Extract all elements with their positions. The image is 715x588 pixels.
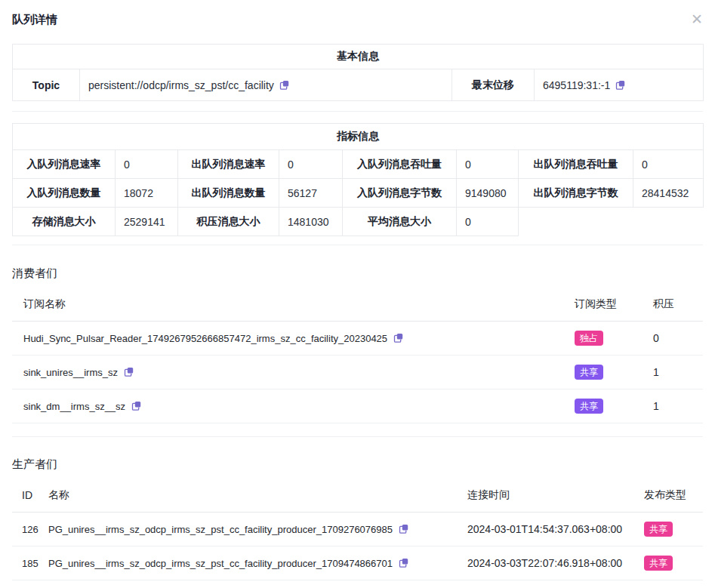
table-row: sink_unires__irms_sz 共享 1 bbox=[12, 356, 703, 389]
topic-label: Topic bbox=[13, 69, 80, 101]
metrics-header: 指标信息 bbox=[13, 124, 704, 150]
metric-value: 0 bbox=[279, 150, 343, 179]
metric-label: 入队列消息数量 bbox=[13, 179, 116, 208]
copy-icon[interactable] bbox=[399, 524, 408, 534]
metric-value: 2529141 bbox=[116, 208, 178, 236]
consumers-section: 消费者们 订阅名称 订阅类型 积压 Hudi_Sync_Pulsar_Reade… bbox=[12, 266, 703, 423]
metric-value: 1481030 bbox=[279, 208, 343, 236]
section-divider bbox=[12, 111, 703, 112]
metric-label: 出队列消息数量 bbox=[178, 179, 279, 208]
producer-name: PG_unires__irms_sz_odcp_irms_sz_pst_cc_f… bbox=[48, 558, 393, 569]
metric-label: 出队列消息字节数 bbox=[519, 179, 633, 208]
metric-label: 平均消息大小 bbox=[343, 208, 457, 236]
subscription-name-cell: sink_unires__irms_sz bbox=[12, 356, 562, 389]
metric-value: 0 bbox=[633, 150, 704, 179]
backlog-value: 1 bbox=[641, 356, 703, 389]
status-badge: 独占 bbox=[575, 331, 603, 346]
table-row: 185 PG_unires__irms_sz_odcp_irms_sz_pst_… bbox=[12, 546, 703, 580]
status-badge: 共享 bbox=[644, 556, 673, 571]
subscription-name: sink_dm__irms_sz__sz bbox=[23, 401, 125, 412]
offset-value: 6495119:31:-1 bbox=[543, 79, 610, 91]
backlog-value: 1 bbox=[641, 389, 703, 423]
table-row: sink_dm__irms_sz__sz 共享 1 bbox=[12, 389, 703, 423]
offset-value-cell: 6495119:31:-1 bbox=[535, 69, 704, 101]
publish-type-cell: 共享 bbox=[632, 513, 703, 546]
producer-id: 126 bbox=[12, 513, 48, 546]
offset-label: 最末位移 bbox=[452, 69, 535, 101]
subscription-name-cell: Hudi_Sync_Pulsar_Reader_1749267952666857… bbox=[12, 322, 562, 356]
producers-section: 生产者们 ID 名称 连接时间 发布类型 126 PG_unires__irms… bbox=[12, 457, 703, 580]
metric-value: 0 bbox=[116, 150, 178, 179]
subscription-type-cell: 共享 bbox=[562, 356, 641, 389]
metric-value: 0 bbox=[457, 208, 519, 236]
metrics-table: 指标信息 入队列消息速率 0 出队列消息速率 0 入队列消息吞吐量 0 出队列消… bbox=[12, 123, 704, 236]
page-title: 队列详情 bbox=[12, 12, 57, 27]
metric-value: 0 bbox=[457, 150, 519, 179]
producer-name: PG_unires__irms_sz_odcp_irms_sz_pst_cc_f… bbox=[48, 524, 393, 535]
metric-label: 存储消息大小 bbox=[13, 208, 116, 236]
section-divider bbox=[12, 436, 703, 437]
metric-label: 入队列消息速率 bbox=[13, 150, 116, 179]
consumers-table: 订阅名称 订阅类型 积压 Hudi_Sync_Pulsar_Reader_174… bbox=[12, 281, 703, 423]
producer-name-cell: PG_unires__irms_sz_odcp_irms_sz_pst_cc_f… bbox=[48, 546, 453, 580]
empty-cell bbox=[519, 208, 704, 236]
metric-label: 出队列消息速率 bbox=[178, 150, 279, 179]
close-icon[interactable]: ✕ bbox=[689, 11, 704, 28]
metric-value: 56127 bbox=[279, 179, 343, 208]
producer-id: 185 bbox=[12, 546, 48, 580]
column-header-subscription-type: 订阅类型 bbox=[562, 281, 641, 322]
basic-info-header: 基本信息 bbox=[13, 45, 704, 69]
status-badge: 共享 bbox=[575, 365, 603, 380]
metric-value: 18072 bbox=[116, 179, 178, 208]
queue-detail-dialog: 队列详情 ✕ 基本信息 Topic persistent://odcp/irms… bbox=[0, 0, 715, 588]
consumers-section-title: 消费者们 bbox=[12, 266, 703, 281]
section-divider bbox=[12, 245, 703, 245]
metric-label: 入队列消息吞吐量 bbox=[343, 150, 457, 179]
consumers-header-row: 订阅名称 订阅类型 积压 bbox=[12, 281, 703, 322]
subscription-name-cell: sink_dm__irms_sz__sz bbox=[12, 389, 562, 423]
table-row: Hudi_Sync_Pulsar_Reader_1749267952666857… bbox=[12, 322, 703, 356]
connect-time: 2024-03-01T14:54:37.063+08:00 bbox=[453, 513, 632, 546]
copy-icon[interactable] bbox=[615, 80, 625, 91]
column-header-id: ID bbox=[12, 472, 48, 513]
column-header-subscription-name: 订阅名称 bbox=[12, 281, 562, 322]
subscription-type-cell: 独占 bbox=[562, 322, 641, 356]
subscription-name: sink_unires__irms_sz bbox=[23, 367, 118, 378]
producer-name-cell: PG_unires__irms_sz_odcp_irms_sz_pst_cc_f… bbox=[48, 513, 453, 546]
column-header-publish-type: 发布类型 bbox=[632, 472, 703, 513]
basic-info-table: 基本信息 Topic persistent://odcp/irms_sz_pst… bbox=[12, 44, 704, 101]
subscription-type-cell: 共享 bbox=[562, 389, 641, 423]
producers-section-title: 生产者们 bbox=[12, 457, 703, 472]
metric-label: 出队列消息吞吐量 bbox=[519, 150, 633, 179]
metric-value: 28414532 bbox=[633, 179, 704, 208]
connect-time: 2024-03-03T22:07:46.918+08:00 bbox=[453, 546, 632, 580]
table-row: 126 PG_unires__irms_sz_odcp_irms_sz_pst_… bbox=[12, 513, 703, 546]
copy-icon[interactable] bbox=[393, 333, 403, 343]
subscription-name: Hudi_Sync_Pulsar_Reader_1749267952666857… bbox=[23, 333, 387, 344]
column-header-connect-time: 连接时间 bbox=[453, 472, 632, 513]
column-header-name: 名称 bbox=[48, 472, 453, 513]
copy-icon[interactable] bbox=[131, 401, 141, 411]
topic-value: persistent://odcp/irms_sz_pst/cc_facilit… bbox=[88, 79, 274, 91]
status-badge: 共享 bbox=[575, 399, 603, 414]
status-badge: 共享 bbox=[644, 522, 673, 537]
copy-icon[interactable] bbox=[279, 80, 289, 91]
column-header-backlog: 积压 bbox=[641, 281, 703, 322]
backlog-value: 0 bbox=[641, 322, 703, 356]
publish-type-cell: 共享 bbox=[632, 546, 703, 580]
metric-label: 入队列消息字节数 bbox=[343, 179, 457, 208]
metric-value: 9149080 bbox=[457, 179, 519, 208]
producers-table: ID 名称 连接时间 发布类型 126 PG_unires__irms_sz_o… bbox=[12, 472, 703, 580]
dialog-header: 队列详情 ✕ bbox=[12, 12, 703, 27]
producers-header-row: ID 名称 连接时间 发布类型 bbox=[12, 472, 703, 513]
topic-value-cell: persistent://odcp/irms_sz_pst/cc_facilit… bbox=[80, 69, 452, 101]
metric-label: 积压消息大小 bbox=[178, 208, 279, 236]
copy-icon[interactable] bbox=[124, 367, 134, 377]
copy-icon[interactable] bbox=[399, 558, 408, 568]
